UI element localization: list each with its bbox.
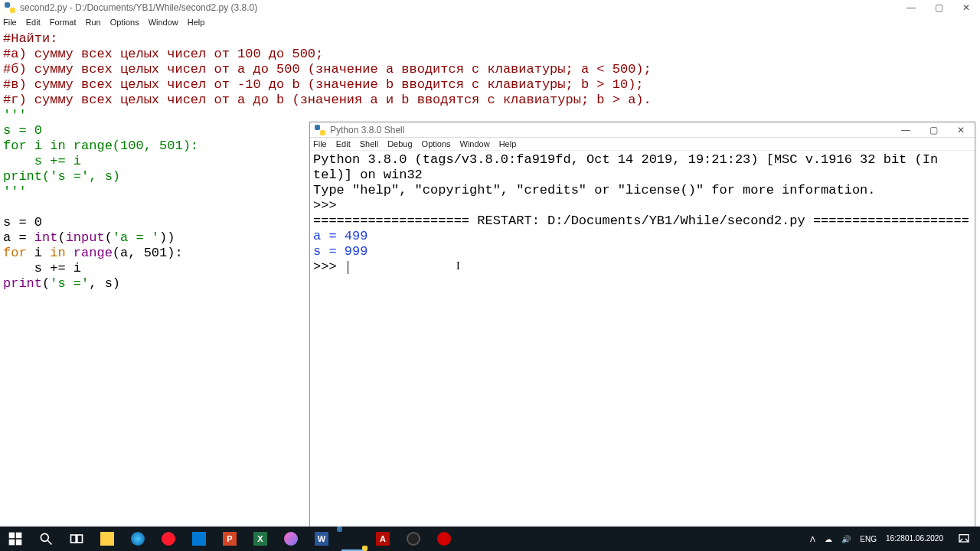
start-button[interactable] xyxy=(0,527,31,551)
python-icon xyxy=(345,531,360,546)
shell-line: a = 499 xyxy=(313,229,368,243)
code-token: )) xyxy=(159,230,175,245)
code-token: 'a = ' xyxy=(113,230,159,245)
shell-menubar: File Edit Shell Debug Options Window Hel… xyxy=(310,138,975,151)
task-view-icon xyxy=(69,531,84,546)
shell-menu-options[interactable]: Options xyxy=(422,139,451,148)
code-token: ( xyxy=(105,230,113,245)
mail-button[interactable] xyxy=(184,527,214,551)
code-token: range xyxy=(74,139,113,153)
menu-options[interactable]: Options xyxy=(110,18,139,27)
code-line: #в) сумму всех целых чисел от -10 до b (… xyxy=(3,77,644,92)
menu-file[interactable]: File xyxy=(3,18,17,27)
menu-window[interactable]: Window xyxy=(149,18,178,27)
notifications-button[interactable] xyxy=(948,527,980,551)
shell-window: Python 3.8.0 Shell — ▢ ✕ File Edit Shell… xyxy=(309,122,975,527)
code-token: in xyxy=(50,139,65,153)
code-token: input xyxy=(66,230,105,245)
shell-line: tel)] on win32 xyxy=(313,168,423,182)
folder-icon xyxy=(100,532,114,546)
code-token: for xyxy=(3,139,27,153)
svg-rect-3 xyxy=(16,540,22,546)
mail-icon xyxy=(192,532,206,546)
word-button[interactable]: W xyxy=(306,527,337,551)
globe-icon xyxy=(131,532,145,546)
shell-titlebar[interactable]: Python 3.8.0 Shell — ▢ ✕ xyxy=(310,122,975,138)
code-line: s += i xyxy=(3,154,81,168)
shell-menu-debug[interactable]: Debug xyxy=(387,139,412,148)
shell-close-button[interactable]: ✕ xyxy=(947,122,975,138)
svg-rect-6 xyxy=(71,535,77,543)
editor-close-button[interactable]: ✕ xyxy=(952,0,980,15)
code-token: range xyxy=(74,246,113,260)
code-token: ( xyxy=(42,169,50,184)
editor-window-controls: — ▢ ✕ xyxy=(897,0,980,15)
svg-rect-0 xyxy=(9,533,15,539)
palette-icon xyxy=(284,532,298,546)
shell-line: s = 999 xyxy=(313,244,368,259)
tray-clock[interactable]: 16:28 01.06.2020 xyxy=(881,527,948,551)
code-line: #г) сумму всех целых чисел от a до b (зн… xyxy=(3,93,652,107)
shell-line: Type "help", "copyright", "credits" or "… xyxy=(313,183,876,197)
code-line: ''' xyxy=(3,108,27,122)
menu-format[interactable]: Format xyxy=(50,18,77,27)
text-cursor-icon xyxy=(348,261,348,274)
browser-button[interactable] xyxy=(122,527,153,551)
code-token: print xyxy=(3,276,42,291)
tray-volume[interactable]: 🔊 xyxy=(837,527,855,551)
menu-run[interactable]: Run xyxy=(86,18,101,27)
obs-button[interactable] xyxy=(398,527,429,551)
code-token: i xyxy=(27,139,51,153)
menu-edit[interactable]: Edit xyxy=(26,18,41,27)
shell-menu-shell[interactable]: Shell xyxy=(360,139,378,148)
task-view-button[interactable] xyxy=(61,527,92,551)
pdf-icon: A xyxy=(376,532,390,546)
shell-prompt: >>> xyxy=(313,198,345,213)
excel-button[interactable]: X xyxy=(245,527,276,551)
menu-help[interactable]: Help xyxy=(188,18,205,27)
excel-icon: X xyxy=(253,532,267,546)
record-indicator-button[interactable] xyxy=(429,527,459,551)
tray-language[interactable]: ENG xyxy=(855,527,881,551)
code-token xyxy=(66,139,74,153)
search-button[interactable] xyxy=(31,527,61,551)
paint-button[interactable] xyxy=(276,527,306,551)
code-token: , s) xyxy=(89,276,120,291)
shell-maximize-button[interactable]: ▢ xyxy=(920,122,947,138)
code-token: for xyxy=(3,246,27,260)
shell-menu-file[interactable]: File xyxy=(313,139,327,148)
code-line: s += i xyxy=(3,261,81,276)
pdf-reader-button[interactable]: A xyxy=(368,527,398,551)
editor-maximize-button[interactable]: ▢ xyxy=(925,0,952,15)
shell-menu-help[interactable]: Help xyxy=(499,139,517,148)
code-token xyxy=(66,246,74,260)
file-explorer-button[interactable] xyxy=(92,527,122,551)
svg-point-4 xyxy=(41,533,48,541)
shell-line: Python 3.8.0 (tags/v3.8.0:fa919fd, Oct 1… xyxy=(313,152,938,167)
code-token: (a, 501): xyxy=(113,246,183,260)
shell-minimize-button[interactable]: — xyxy=(892,122,920,138)
code-line: ''' xyxy=(3,184,27,199)
opera-button[interactable] xyxy=(153,527,184,551)
windows-logo-icon xyxy=(8,531,23,546)
python-idle-button[interactable] xyxy=(337,527,368,551)
shell-menu-edit[interactable]: Edit xyxy=(336,139,351,148)
python-shell-icon xyxy=(315,125,325,135)
system-tray: ᐱ ☁ 🔊 ENG 16:28 01.06.2020 xyxy=(805,527,980,551)
code-line: #Найти: xyxy=(3,31,57,46)
code-token: 's =' xyxy=(50,276,89,291)
tray-onedrive[interactable]: ☁ xyxy=(820,527,837,551)
tray-chevron[interactable]: ᐱ xyxy=(805,527,820,551)
python-file-icon xyxy=(5,2,15,13)
ibeam-cursor-icon: I xyxy=(456,260,460,272)
shell-menu-window[interactable]: Window xyxy=(460,139,490,148)
search-icon xyxy=(38,531,54,546)
editor-title: second2.py - D:/Documents/YB1/While/seco… xyxy=(20,2,257,13)
powerpoint-button[interactable]: P xyxy=(214,527,245,551)
shell-output[interactable]: Python 3.8.0 (tags/v3.8.0:fa919fd, Oct 1… xyxy=(310,151,975,276)
editor-titlebar[interactable]: second2.py - D:/Documents/YB1/While/seco… xyxy=(0,0,980,15)
shell-prompt: >>> xyxy=(313,259,345,274)
svg-rect-2 xyxy=(9,540,15,546)
editor-minimize-button[interactable]: — xyxy=(897,0,925,15)
shell-line: ==================== RESTART: D:/Documen… xyxy=(313,214,969,228)
